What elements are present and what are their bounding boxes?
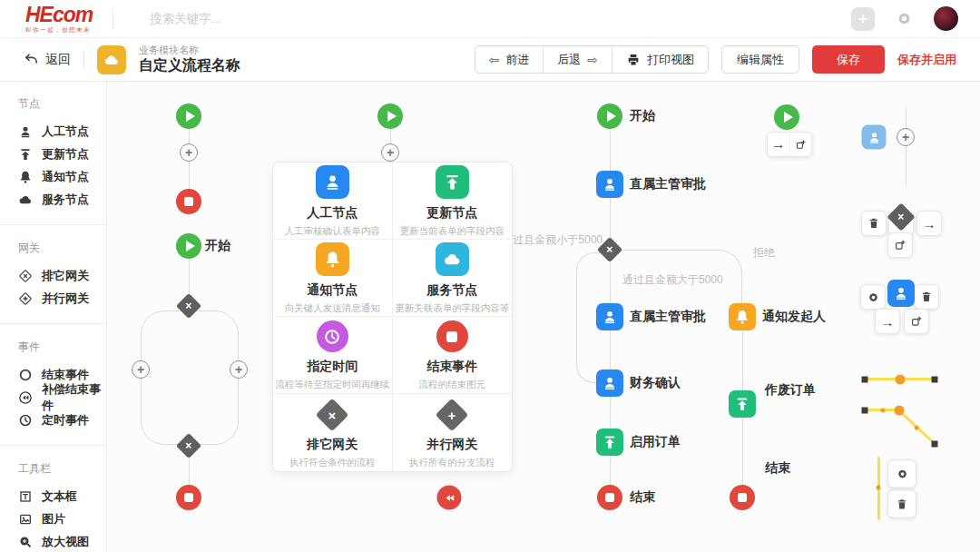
sidebar-item-service-node[interactable]: 服务节点 [18, 188, 106, 211]
gear-icon [896, 468, 909, 481]
update-node[interactable] [596, 429, 623, 456]
palette-item-parallel-gateway[interactable]: + 并行网关 执行所有的分支流程 [393, 394, 513, 471]
manual-node[interactable] [862, 125, 887, 150]
backward-button[interactable]: 后退 ⇨ [543, 46, 612, 73]
palette-item-end-event[interactable]: 结束事件 流程的结束图元 [393, 317, 513, 394]
back-button[interactable]: 返回 [24, 52, 71, 68]
palette-item-exclusive-gateway[interactable]: × 排它网关 执行符合条件的流程 [273, 394, 393, 471]
sidebar-item-notify-node[interactable]: 通知节点 [18, 165, 106, 188]
copy-icon [910, 315, 923, 328]
logo-tagline: 和你一起，创想未来 [25, 27, 93, 34]
edit-properties-button[interactable]: 编辑属性 [721, 45, 799, 74]
sidebar-item-exclusive-gateway[interactable]: 排它网关 [18, 264, 106, 287]
connector-endpoint-handle[interactable] [862, 377, 868, 383]
node-palette-panel: 人工节点 人工审核确认表单内容 更新节点 更新当前表单的字段内容 通知节点 向关… [272, 162, 513, 472]
sidebar-section-nodes: 节点 人工节点 更新节点 通知节点 服务节点 [0, 87, 106, 218]
search-input[interactable] [150, 12, 386, 25]
delete-button[interactable] [861, 211, 887, 236]
sidebar-item-manual-node[interactable]: 人工节点 [18, 120, 106, 143]
node-label: 作废订单 [765, 382, 816, 399]
toolbar-left: 返回 业务模块名称 自定义流程名称 [24, 44, 240, 75]
flow-canvas[interactable]: + 开始 × + + × + 人工节点 人工审核确认表单内容 [107, 82, 980, 552]
plus-connector-button[interactable]: + [897, 128, 915, 146]
parallel-gateway-icon: + [436, 398, 469, 431]
start-event-node[interactable] [176, 104, 201, 129]
connector-endpoint-handle[interactable] [862, 408, 868, 414]
start-event-node[interactable] [597, 104, 622, 129]
history-button-group: ⇦ 前进 后退 ⇨ 打印视图 [475, 45, 709, 74]
undo-arrow-icon [24, 52, 39, 67]
forward-button[interactable]: ⇦ 前进 [475, 46, 544, 73]
manual-node[interactable] [596, 303, 623, 330]
end-event-node[interactable] [730, 485, 755, 510]
sidebar-item-update-node[interactable]: 更新节点 [18, 143, 106, 165]
clone-button[interactable] [887, 232, 913, 258]
clone-button[interactable] [904, 309, 929, 334]
notify-node[interactable] [729, 303, 756, 330]
connector-endpoint-handle[interactable] [932, 377, 938, 383]
connector-bend-handle[interactable] [895, 406, 905, 416]
settings-gear-icon[interactable] [895, 9, 914, 28]
sidebar-item-parallel-gateway[interactable]: 并行网关 [18, 287, 106, 310]
plus-connector-button[interactable]: + [180, 143, 198, 162]
node-label: 启用订单 [630, 434, 681, 450]
sidebar-item-textbox[interactable]: 文本框 [18, 485, 106, 508]
bell-icon [316, 242, 349, 276]
plus-connector-button[interactable]: + [230, 360, 248, 379]
connector-point[interactable] [881, 409, 886, 413]
add-button[interactable]: + [851, 7, 875, 31]
save-button[interactable]: 保存 [812, 45, 885, 74]
palette-item-notify-node[interactable]: 通知节点 向关键人发送消息通知 [273, 240, 393, 317]
manual-node[interactable] [596, 171, 623, 198]
start-event-node[interactable] [377, 104, 403, 129]
delete-button[interactable] [887, 490, 916, 518]
user-avatar[interactable] [934, 6, 958, 31]
update-icon [734, 396, 750, 412]
print-view-button[interactable]: 打印视图 [612, 46, 708, 73]
palette-item-update-node[interactable]: 更新节点 更新当前表单的字段内容 [393, 163, 513, 240]
connect-arrow-button[interactable]: → [768, 133, 789, 156]
trash-icon [896, 498, 908, 510]
cloud-icon [103, 52, 120, 68]
sidebar-item-image[interactable]: 图片 [18, 508, 106, 530]
node-label: 直属主管审批 [630, 309, 706, 325]
sidebar-item-zoom-in[interactable]: 放大视图 [18, 530, 106, 552]
connector-point[interactable] [877, 486, 881, 490]
parallel-gateway-icon [18, 291, 33, 306]
connect-arrow-button[interactable]: → [916, 211, 942, 236]
plus-connector-button[interactable]: + [132, 360, 150, 379]
palette-item-timer[interactable]: 指定时间 流程等待至指定时间再继续 [273, 317, 393, 394]
person-icon [602, 309, 618, 325]
compensate-end-event-node[interactable] [437, 486, 462, 510]
end-event-node[interactable] [176, 485, 201, 510]
end-event-node[interactable] [597, 485, 622, 510]
start-event-node[interactable] [774, 104, 799, 130]
connector-line [906, 107, 906, 186]
save-and-enable-button[interactable]: 保存并启用 [897, 52, 956, 68]
manual-node[interactable] [887, 280, 915, 307]
connector-point[interactable] [915, 426, 919, 430]
plus-connector-button[interactable]: + [381, 143, 399, 162]
connect-arrow-button[interactable]: → [875, 309, 900, 334]
connector-midpoint-handle[interactable] [896, 375, 906, 385]
settings-button[interactable] [887, 460, 916, 488]
sidebar-divider [0, 224, 106, 225]
manual-node[interactable] [596, 370, 623, 397]
arrow-right-icon: ⇨ [587, 53, 598, 67]
start-event-node[interactable] [176, 233, 201, 259]
delete-button[interactable] [914, 284, 939, 310]
sidebar-item-compensate-end-event[interactable]: 补偿结束事件 [18, 386, 106, 409]
palette-item-service-node[interactable]: 服务节点 更新关联表单的字段内容等 [393, 240, 513, 317]
update-node[interactable] [729, 390, 756, 418]
app-root: HEcom 和你一起，创想未来 + 返回 业务模块名称 自定义流程名称 [0, 0, 980, 552]
settings-button[interactable] [860, 284, 886, 310]
image-icon [18, 512, 33, 527]
palette-item-manual-node[interactable]: 人工节点 人工审核确认表单内容 [273, 163, 393, 240]
end-event-node[interactable] [176, 189, 201, 214]
trash-icon [867, 217, 880, 230]
clone-button[interactable] [789, 133, 812, 156]
connector-endpoint-handle[interactable] [932, 441, 938, 448]
module-name-label: 业务模块名称 [139, 44, 240, 57]
title-block: 业务模块名称 自定义流程名称 [139, 44, 240, 75]
main: 节点 人工节点 更新节点 通知节点 服务节点 网关 [0, 82, 980, 552]
